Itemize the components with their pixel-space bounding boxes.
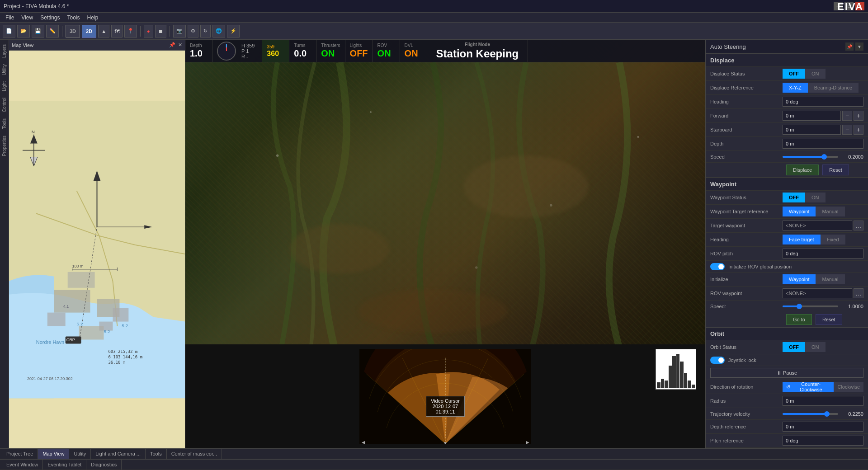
waypoint-on-button[interactable]: ON xyxy=(805,193,826,202)
network-button[interactable]: 🌐 xyxy=(212,25,225,38)
refresh-button[interactable]: ↻ xyxy=(200,25,211,38)
sidebar-tab-props[interactable]: Properties xyxy=(1,133,8,159)
init-manual-button[interactable]: Manual xyxy=(816,274,844,284)
waypoint-off-button[interactable]: OFF xyxy=(783,193,805,202)
waypoint-ref-manual-button[interactable]: Manual xyxy=(816,207,844,216)
sidebar-tab-control[interactable]: Control xyxy=(1,95,8,115)
init-waypoint-button[interactable]: Waypoint xyxy=(783,274,816,284)
orbit-off-button[interactable]: OFF xyxy=(783,342,805,352)
menu-help[interactable]: Help xyxy=(84,14,102,22)
displace-speed-thumb[interactable] xyxy=(821,154,827,160)
traj-vel-label: Trajectory velocity xyxy=(710,411,783,417)
waypoint-reset-button[interactable]: Reset xyxy=(816,314,842,325)
pin-button[interactable]: 📌 xyxy=(845,42,854,51)
goto-button[interactable]: Go to xyxy=(786,314,812,325)
waypoint-ref-waypoint-button[interactable]: Waypoint xyxy=(783,207,816,216)
sonar-panel: ◀ ▶ ▼ Video Cursor 2020-12-07 01:39:11 xyxy=(185,344,705,448)
depth-ref-row: Depth reference xyxy=(706,420,868,434)
tool2-button[interactable]: 🗺 xyxy=(111,25,123,38)
waypoint-speed-track[interactable] xyxy=(783,306,838,307)
svg-text:5.2: 5.2 xyxy=(104,329,110,334)
displace-depth-input[interactable] xyxy=(783,139,863,149)
orbit-radius-input[interactable] xyxy=(783,396,863,406)
hud-depth-label: Depth xyxy=(190,43,202,48)
save-button[interactable]: 💾 xyxy=(32,25,44,38)
map-pin-button[interactable]: 📌 xyxy=(169,42,175,48)
joystick-lock-row: Joystick lock xyxy=(706,354,868,366)
joystick-lock-toggle[interactable] xyxy=(710,357,725,364)
2d-view-button[interactable]: 2D xyxy=(82,25,96,38)
depth-ref-input[interactable] xyxy=(783,422,863,432)
tool3-button[interactable]: 📍 xyxy=(124,25,137,38)
init-rov-toggle[interactable] xyxy=(710,263,725,270)
displace-speed-track[interactable] xyxy=(783,156,838,158)
waypoint-speed-thumb[interactable] xyxy=(797,304,802,309)
displace-bearing-button[interactable]: Bearing-Distance xyxy=(808,83,859,93)
menu-tools[interactable]: Tools xyxy=(64,14,84,22)
tab-eventing-tablet[interactable]: Eventing Tablet xyxy=(43,460,86,470)
displace-starboard-minus[interactable]: − xyxy=(842,125,852,135)
tab-event-window[interactable]: Event Window xyxy=(2,460,43,470)
tab-map-view[interactable]: Map View xyxy=(38,449,69,459)
tab-project-tree[interactable]: Project Tree xyxy=(2,449,38,459)
tool1-button[interactable]: ▲ xyxy=(98,25,109,38)
depth-ref-label: Depth reference xyxy=(710,424,783,429)
displace-starboard-plus[interactable]: + xyxy=(854,125,863,135)
sidebar-tab-layers[interactable]: Layers xyxy=(1,42,8,61)
menu-view[interactable]: View xyxy=(18,14,37,22)
orbit-on-button[interactable]: ON xyxy=(805,342,826,352)
displace-forward-minus[interactable]: − xyxy=(842,111,852,121)
displace-heading-controls xyxy=(783,97,863,107)
3d-view-button[interactable]: 3D xyxy=(66,25,80,38)
displace-forward-input[interactable] xyxy=(783,111,841,121)
map-close-button[interactable]: ✕ xyxy=(178,42,182,48)
pause-button[interactable]: ⏸ Pause xyxy=(710,368,863,378)
tab-light-camera[interactable]: Light and Camera ... xyxy=(91,449,146,459)
sidebar-tab-utility[interactable]: Utility xyxy=(1,61,8,78)
edit-button[interactable]: ✏️ xyxy=(46,25,59,38)
tab-diagnostics[interactable]: Diagnostics xyxy=(86,460,122,470)
traj-vel-thumb[interactable] xyxy=(824,411,830,417)
hud-turns2-label: Turns xyxy=(294,43,305,48)
tab-tools[interactable]: Tools xyxy=(146,449,167,459)
hud-thrusters-section: Thrusters ON xyxy=(316,40,345,62)
displace-reset-button[interactable]: Reset xyxy=(822,164,849,175)
stop-button[interactable]: ⏹ xyxy=(155,25,166,38)
displace-actions-row: Displace Reset xyxy=(706,163,868,178)
displace-off-button[interactable]: OFF xyxy=(783,69,805,79)
menu-file[interactable]: File xyxy=(2,14,18,22)
displace-button[interactable]: Displace xyxy=(786,164,819,175)
displace-starboard-controls: − + xyxy=(783,125,863,135)
new-button[interactable]: 📄 xyxy=(3,25,15,38)
traj-vel-track[interactable] xyxy=(783,413,838,415)
waypoint-face-target-button[interactable]: Face target xyxy=(783,235,821,244)
displace-xyz-button[interactable]: X-Y-Z xyxy=(783,83,808,93)
waypoint-rov-pitch-input[interactable] xyxy=(783,249,863,258)
waypoint-target-expand[interactable]: … xyxy=(854,221,863,230)
pitch-ref-input[interactable] xyxy=(783,436,863,446)
svg-point-33 xyxy=(290,224,389,274)
waypoint-status-toggle: OFF ON xyxy=(783,193,826,202)
settings1-button[interactable]: ⚙ xyxy=(188,25,198,38)
displace-speed-slider-container: 0.2000 xyxy=(783,154,863,160)
waypoint-fixed-button[interactable]: Fixed xyxy=(821,235,845,244)
sidebar-tab-light[interactable]: Light xyxy=(1,79,8,94)
record-button[interactable]: ● xyxy=(144,25,153,38)
displace-heading-input[interactable] xyxy=(783,97,863,107)
tab-center-mass[interactable]: Center of mass cor... xyxy=(167,449,222,459)
open-button[interactable]: 📂 xyxy=(17,25,30,38)
collapse-button[interactable]: ▼ xyxy=(855,42,863,51)
rov-waypoint-expand[interactable]: … xyxy=(854,288,863,298)
camera-button[interactable]: 📷 xyxy=(173,25,186,38)
displace-forward-plus[interactable]: + xyxy=(854,111,863,121)
displace-starboard-input[interactable] xyxy=(783,125,841,135)
power-button[interactable]: ⚡ xyxy=(227,25,240,38)
sidebar-tab-tools[interactable]: Tools xyxy=(1,116,8,132)
map-canvas[interactable]: Nordre Havn 100 m CRP xyxy=(9,51,185,448)
hud-turns-section: 359 360 xyxy=(262,40,289,62)
menu-settings[interactable]: Settings xyxy=(37,14,63,22)
ccw-button[interactable]: ↺ Counter-Clockwise xyxy=(783,382,834,392)
displace-on-button[interactable]: ON xyxy=(805,69,826,79)
cw-button[interactable]: Clockwise xyxy=(834,382,863,392)
tab-utility[interactable]: Utility xyxy=(69,449,91,459)
